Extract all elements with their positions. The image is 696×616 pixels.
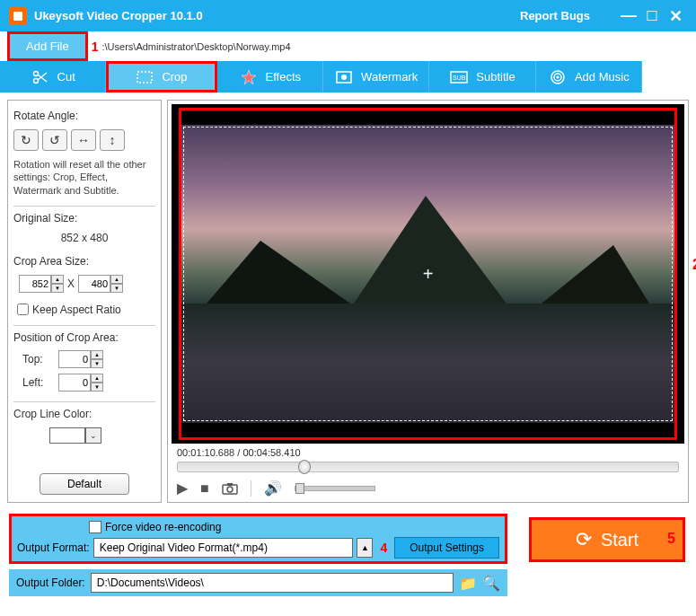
maximize-button[interactable]: □ [640,6,664,25]
crop-area-size-label: Crop Area Size: [13,255,155,268]
output-format-value: Keep Original Video Format(*.mp4) [100,541,268,554]
preview-panel: + 2 00:01:10.688 / 00:04:58.410 ▶ ■ 🔊 [167,100,689,503]
rotate-right-button[interactable]: ↻ [13,129,39,151]
annotation-box-1: Add File [7,31,88,61]
svg-rect-16 [227,483,233,486]
height-down[interactable]: ▼ [110,284,123,293]
top-label: Top: [22,353,49,365]
volume-knob[interactable] [295,483,304,494]
tab-subtitle-label: Subtitle [476,70,515,84]
annotation-1: 1 [92,40,99,54]
force-reencode-checkbox[interactable] [89,521,101,533]
annotation-box-crop: Crop [106,61,216,92]
effects-icon [239,67,259,87]
time-display: 00:01:10.688 / 00:04:58.410 [172,444,684,460]
output-settings-button[interactable]: Output Settings [394,537,499,559]
crop-width-input[interactable]: ▲▼ [19,275,64,293]
output-format-label: Output Format: [17,541,90,554]
position-label: Position of Crop Area: [13,331,155,344]
tab-cut[interactable]: Cut [0,61,106,92]
keep-aspect-label: Keep Aspect Ratio [32,304,121,316]
keep-aspect-ratio-checkbox[interactable] [17,304,29,315]
default-button[interactable]: Default [40,473,129,495]
tab-crop-label: Crop [162,70,187,84]
close-button[interactable]: ✕ [664,6,687,26]
flip-vertical-button[interactable]: ↕ [100,129,125,151]
original-size-label: Original Size: [13,212,155,224]
snapshot-button[interactable] [222,482,238,495]
crop-height-input[interactable]: ▲▼ [78,275,123,293]
left-input[interactable]: ▲▼ [58,374,103,392]
rotate-angle-label: Rotate Angle: [13,110,155,122]
watermark-icon [334,67,354,87]
svg-point-15 [227,487,233,492]
rotation-note: Rotation will reset all the other settin… [13,158,155,197]
width-up[interactable]: ▲ [51,275,64,284]
open-folder-icon[interactable]: 🔍 [482,575,500,592]
report-bugs-link[interactable]: Report Bugs [520,9,590,22]
add-file-button[interactable]: Add File [10,34,85,58]
app-logo-icon [9,7,27,25]
seek-knob[interactable] [298,460,311,474]
svg-rect-5 [137,72,152,83]
tab-watermark-label: Watermark [361,70,418,84]
rotate-left-button[interactable]: ↺ [42,129,67,151]
force-reencode-label: Force video re-encoding [105,521,221,533]
video-preview[interactable]: + 2 [172,104,684,444]
file-path: :\Users\Administrator\Desktop\Norway.mp4 [102,41,291,52]
annotation-2: 2 [692,257,696,273]
output-format-select[interactable]: Keep Original Video Format(*.mp4) [93,538,354,558]
stop-button[interactable]: ■ [200,480,209,497]
start-label: Start [601,530,639,550]
music-icon [548,67,568,87]
height-up[interactable]: ▲ [110,275,123,284]
left-label: Left: [22,376,49,389]
scissors-icon [31,67,50,87]
volume-slider[interactable] [295,486,375,491]
svg-rect-0 [13,12,22,21]
annotation-4: 4 [380,541,387,555]
crop-settings-panel: Rotate Angle: ↻ ↺ ↔ ↕ Rotation will rese… [7,100,162,503]
browse-folder-icon[interactable]: 📁 [459,575,477,592]
svg-text:SUB: SUB [453,75,466,81]
original-size-value: 852 x 480 [13,232,155,244]
annotation-5: 5 [667,531,675,547]
output-folder-input[interactable] [91,573,454,593]
title-bar: Ukeysoft Video Cropper 10.1.0 Report Bug… [0,0,696,31]
bottom-area: Force video re-encoding Output Format: K… [0,510,696,600]
x-separator: X [67,277,75,290]
tab-bar: Cut Crop Effects Watermark SUB Subtitle … [0,61,696,92]
crop-icon [135,67,154,87]
start-button[interactable]: ⟳ Start [532,520,683,559]
annotation-box-2 [179,108,677,440]
tab-effects-label: Effects [266,70,302,84]
color-dropdown[interactable]: ⌄ [85,427,101,444]
tab-music-label: Add Music [575,70,630,84]
file-bar: Add File 1 :\Users\Administrator\Desktop… [0,31,696,61]
tab-subtitle[interactable]: SUB Subtitle [429,61,535,92]
tab-crop[interactable]: Crop [109,64,214,90]
format-dropdown-button[interactable]: ▲ [357,538,373,558]
output-folder-label: Output Folder: [16,576,85,589]
tab-add-music[interactable]: Add Music [536,61,642,92]
tab-watermark[interactable]: Watermark [323,61,429,92]
width-down[interactable]: ▼ [51,284,64,293]
app-title: Ukeysoft Video Cropper 10.1.0 [34,9,520,22]
color-swatch [49,427,85,444]
annotation-box-5: ⟳ Start 5 [529,517,685,562]
volume-icon[interactable]: 🔊 [264,480,282,497]
svg-point-8 [341,75,347,80]
minimize-button[interactable]: — [617,6,640,25]
refresh-icon: ⟳ [576,528,592,551]
subtitle-icon: SUB [449,67,469,87]
annotation-box-4: Force video re-encoding Output Format: K… [9,514,507,564]
seek-bar[interactable] [177,462,679,472]
play-button[interactable]: ▶ [177,480,188,497]
output-folder-row: Output Folder: 📁 🔍 [9,569,507,596]
tab-cut-label: Cut [57,70,75,84]
top-input[interactable]: ▲▼ [58,350,103,368]
svg-point-13 [556,75,559,78]
tab-effects[interactable]: Effects [217,61,323,92]
flip-horizontal-button[interactable]: ↔ [71,129,96,151]
crop-line-color-label: Crop Line Color: [13,408,155,420]
